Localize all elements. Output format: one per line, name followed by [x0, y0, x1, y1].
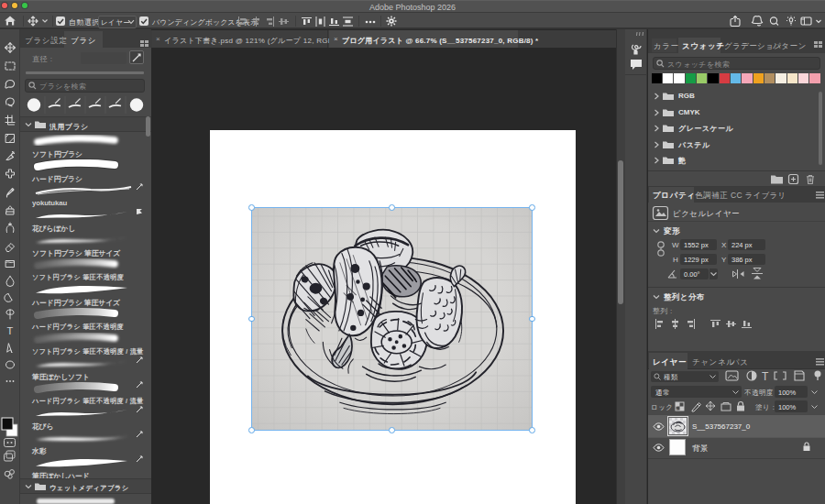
svg-text:T: T	[762, 370, 769, 383]
svg-text:T: T	[7, 325, 14, 336]
